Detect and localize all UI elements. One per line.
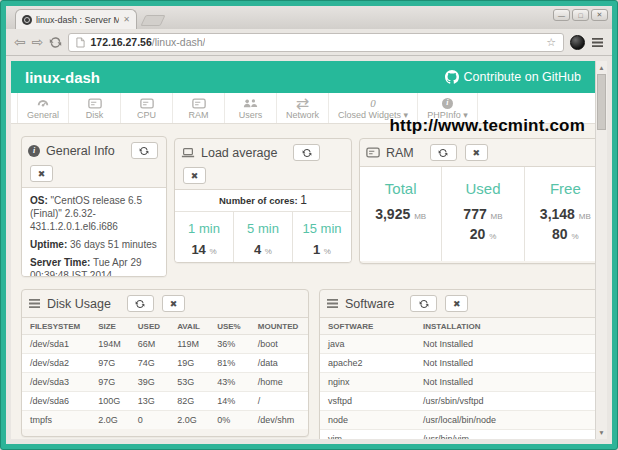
refresh-button[interactable] [410,295,437,312]
close-icon[interactable]: ✖ [465,144,488,161]
github-link[interactable]: Contribute on GitHub [445,70,581,84]
bookmark-star-icon[interactable]: ☆ [546,37,556,48]
memory-icon [366,147,380,158]
ram-body: Total 3,925 MB Used 777 MB 20 % Free 3,1… [360,166,606,261]
general-info-field: Server Time: Tue Apr 29 00:39:48 IST 201… [30,256,158,277]
nav-label: General [27,110,59,120]
close-icon[interactable]: ✖ [30,165,53,182]
dashboard-icon [36,97,50,109]
general-info-field: Uptime: 36 days 51 minutes [30,238,158,251]
cpu-icon [140,97,154,109]
watermark-text: http://www.tecmint.com [390,116,586,136]
scroll-down-arrow-icon[interactable]: ▼ [596,427,607,438]
browser-chrome: linux-dash : Server Mon ✕ — □ ✕ ⇦ ⇨ 172.… [6,6,612,444]
closed-widgets-count: 0 [370,97,376,109]
ram-column-free: Free 3,148 MB 80 % [524,167,606,261]
list-icon [28,298,41,309]
nav-item-cpu[interactable]: CPU [121,93,173,123]
widget-title: RAM [386,146,414,160]
minimize-button[interactable]: — [553,9,570,21]
laptop-icon [181,147,195,158]
widget-title: Software [345,297,394,311]
widget-load-average: Load average ✖ Number of cores: 1 1 min … [174,138,352,263]
page-icon [76,37,85,48]
page-content: linux-dash Contribute on GitHub General [11,61,595,439]
widget-header: Load average ✖ [175,139,351,189]
url-text: 172.16.27.56/linux-dash/ [90,36,205,48]
widget-header: Software ✖ [320,290,606,317]
tab-favicon-icon [22,15,32,25]
widget-ram: RAM ✖ Total 3,925 MB Used [359,138,607,264]
site-header: linux-dash Contribute on GitHub [11,61,595,93]
disk-icon [88,97,102,109]
ram-column-used: Used 777 MB 20 % [441,167,523,261]
widget-disk-usage: Disk Usage ✖ FILESYSTEMSIZE USEDAVAIL US… [21,289,309,437]
disk-usage-body: FILESYSTEMSIZE USEDAVAIL USE%MOUNTED /de… [22,317,308,429]
info-circle-icon: i [28,145,40,157]
table-row: /dev/sda397G39G53G43%/home [22,373,308,392]
close-icon[interactable]: ✖ [183,167,206,184]
tab-close-icon[interactable]: ✕ [123,15,130,24]
widget-title: Disk Usage [47,297,111,311]
window-frame: linux-dash : Server Mon ✕ — □ ✕ ⇦ ⇨ 172.… [0,0,618,450]
table-row: /dev/sda297G74G19G81%/data [22,354,308,373]
browser-tab[interactable]: linux-dash : Server Mon ✕ [15,9,137,29]
close-window-button[interactable]: ✕ [591,9,608,21]
maximize-button[interactable]: □ [572,9,589,21]
widget-title: General Info [46,144,115,158]
nav-item-general[interactable]: General [17,93,69,123]
browser-menu-icon[interactable] [591,37,604,48]
table-row: /dev/sda1194M66M119M36%/boot [22,335,308,354]
close-icon[interactable]: ✖ [162,295,185,312]
forward-button[interactable]: ⇨ [32,35,44,49]
nav-label: Disk [86,110,104,120]
browser-toolbar: ⇦ ⇨ 172.16.27.56/linux-dash/ ☆ [6,29,612,56]
list-icon [326,298,339,309]
nav-item-users[interactable]: Users [225,93,277,123]
new-tab-button[interactable] [140,15,165,26]
table-row: javaNot Installed [320,335,606,354]
reload-button[interactable] [49,36,62,49]
widget-header: Disk Usage ✖ [22,290,308,317]
url-host: 172.16.27.56 [90,36,151,48]
app-title: linux-dash [25,69,100,86]
profile-icon[interactable] [570,35,585,50]
widget-general-info: i General Info ✖ OS: "CentOS release 6.5… [21,136,167,277]
users-icon [243,97,258,109]
page-viewport: linux-dash Contribute on GitHub General [11,61,607,439]
nav-label: Network [286,110,319,120]
network-icon: ⇄ [296,97,309,109]
nav-item-ram[interactable]: RAM [173,93,225,123]
general-info-field: OS: "CentOS release 6.5 (Final)" 2.6.32-… [30,194,158,233]
widget-title: Load average [201,146,277,160]
scroll-up-arrow-icon[interactable]: ▲ [596,62,607,73]
table-row: tmpfs2.0G02.0G0%/dev/shm [22,411,308,430]
widget-software: Software ✖ SOFTWARE INSTALLATION [319,289,607,439]
refresh-button[interactable] [293,144,320,161]
table-row: vim/usr/bin/vim [320,430,606,440]
info-icon: i [442,97,453,109]
window-controls: — □ ✕ [553,9,608,21]
refresh-button[interactable] [430,144,457,161]
nav-label: CPU [137,110,156,120]
load-column-5min: 5 min 4 % 0.04 [233,212,292,263]
close-icon[interactable]: ✖ [445,295,468,312]
nav-label: Users [239,110,263,120]
back-button[interactable]: ⇦ [14,35,26,49]
software-body: SOFTWARE INSTALLATION javaNot Installed … [320,317,606,439]
scrollbar-thumb[interactable] [597,74,606,130]
load-column-1min: 1 min 14 % 0.14 [175,212,233,263]
nav-item-network[interactable]: ⇄ Network [277,93,329,123]
widget-header: i General Info ✖ [22,137,166,187]
page-scrollbar[interactable]: ▲ ▼ [595,61,607,439]
nav-item-disk[interactable]: Disk [69,93,121,123]
general-info-body: OS: "CentOS release 6.5 (Final)" 2.6.32-… [22,187,166,277]
url-path: /linux-dash/ [152,36,206,48]
refresh-button[interactable] [127,295,154,312]
cores-row: Number of cores: 1 [175,190,351,212]
widget-header: RAM ✖ [360,139,606,166]
url-bar[interactable]: 172.16.27.56/linux-dash/ ☆ [68,33,564,52]
refresh-button[interactable] [131,142,158,159]
nav-label: RAM [189,110,209,120]
github-label: Contribute on GitHub [464,70,581,84]
